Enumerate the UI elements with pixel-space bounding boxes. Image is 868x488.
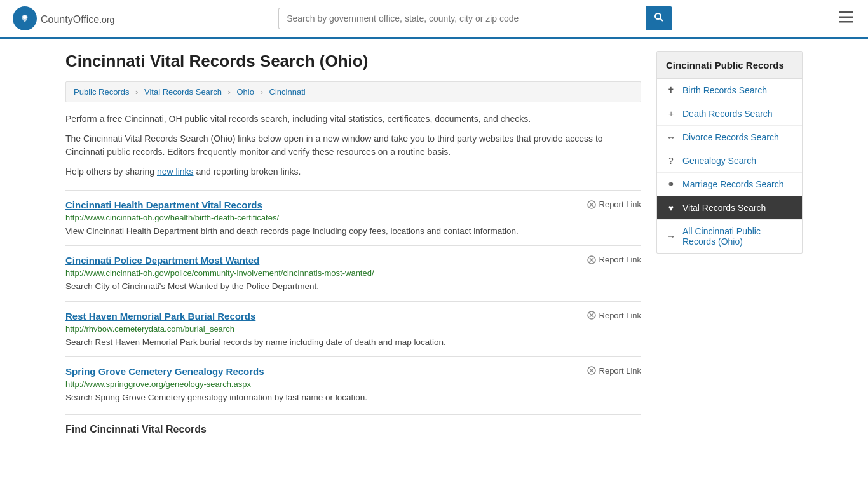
- sidebar-item-6[interactable]: → All Cincinnati Public Records (Ohio): [657, 220, 802, 253]
- record-desc-1: Search City of Cincinnati's Most Wanted …: [65, 280, 641, 293]
- record-card: Cincinnati Police Department Most Wanted…: [65, 245, 641, 298]
- sharing-post: and reporting broken links.: [194, 166, 301, 177]
- record-card-header: Rest Haven Memorial Park Burial Records …: [65, 311, 641, 322]
- sidebar-item-0[interactable]: ✝ Birth Records Search: [657, 79, 802, 102]
- svg-point-1: [23, 15, 27, 19]
- logo-suffix: .org: [99, 15, 114, 25]
- svg-point-2: [655, 13, 661, 19]
- logo-name: CountyOffice: [41, 14, 99, 25]
- record-card: Spring Grove Cemetery Genealogy Records …: [65, 356, 641, 409]
- sidebar-icon-6: →: [666, 231, 676, 241]
- content-area: Cincinnati Vital Records Search (Ohio) P…: [65, 51, 641, 435]
- sidebar-item-label-0: Birth Records Search: [682, 85, 767, 95]
- find-records-heading: Find Cincinnati Vital Records: [65, 414, 641, 435]
- sidebar-title: Cincinnati Public Records: [657, 52, 802, 79]
- svg-rect-6: [839, 21, 853, 23]
- site-header: CountyOffice.org: [0, 0, 868, 39]
- logo-area: CountyOffice.org: [13, 6, 114, 30]
- report-icon-3: [587, 366, 596, 375]
- report-icon-1: [587, 255, 596, 264]
- sharing-text: Help others by sharing new links and rep…: [65, 165, 641, 179]
- sidebar-item-label-4: Marriage Records Search: [682, 179, 784, 189]
- record-title-2[interactable]: Rest Haven Memorial Park Burial Records: [65, 311, 255, 322]
- record-card-header: Spring Grove Cemetery Genealogy Records …: [65, 366, 641, 377]
- search-input[interactable]: [278, 8, 646, 29]
- breadcrumb: Public Records › Vital Records Search › …: [65, 81, 641, 102]
- sidebar-box: Cincinnati Public Records ✝ Birth Record…: [656, 51, 803, 254]
- search-icon: [654, 12, 664, 22]
- record-url-1[interactable]: http://www.cincinnati-oh.gov/police/comm…: [65, 268, 641, 278]
- sharing-pre: Help others by sharing: [65, 166, 157, 177]
- report-link-btn-2[interactable]: Report Link: [587, 311, 641, 320]
- breadcrumb-sep-1: ›: [135, 87, 138, 97]
- record-desc-2: Search Rest Haven Memorial Park burial r…: [65, 336, 641, 349]
- breadcrumb-sep-2: ›: [228, 87, 231, 97]
- record-card-header: Cincinnati Police Department Most Wanted…: [65, 255, 641, 266]
- sidebar-icon-3: ?: [666, 156, 676, 166]
- report-icon-2: [587, 311, 596, 320]
- record-url-0[interactable]: http://www.cincinnati-oh.gov/health/birt…: [65, 213, 641, 222]
- sidebar-icon-1: +: [666, 109, 676, 119]
- record-desc-0: View Cincinnati Health Department birth …: [65, 225, 641, 238]
- record-card-header: Cincinnati Health Department Vital Recor…: [65, 200, 641, 210]
- record-url-3[interactable]: http://www.springgrove.org/geneology-sea…: [65, 379, 641, 389]
- search-area: [278, 6, 672, 30]
- breadcrumb-ohio[interactable]: Ohio: [237, 87, 254, 97]
- desc-text-1: Perform a free Cincinnati, OH public vit…: [65, 112, 641, 126]
- new-links-link[interactable]: new links: [157, 166, 194, 177]
- sidebar-item-4[interactable]: ⚭ Marriage Records Search: [657, 173, 802, 196]
- logo-text: CountyOffice.org: [41, 11, 114, 26]
- breadcrumb-public-records[interactable]: Public Records: [74, 87, 129, 97]
- search-button[interactable]: [646, 6, 672, 30]
- record-title-0[interactable]: Cincinnati Health Department Vital Recor…: [65, 200, 262, 210]
- report-link-btn-3[interactable]: Report Link: [587, 366, 641, 376]
- record-title-1[interactable]: Cincinnati Police Department Most Wanted: [65, 255, 259, 266]
- sidebar-item-5[interactable]: ♥ Vital Records Search: [657, 196, 802, 220]
- logo-icon: [13, 6, 37, 30]
- sidebar-item-label-1: Death Records Search: [682, 109, 773, 119]
- report-icon-0: [587, 200, 596, 209]
- sidebar-item-label-2: Divorce Records Search: [682, 132, 779, 142]
- sidebar-icon-5: ♥: [666, 203, 676, 213]
- sidebar-item-3[interactable]: ? Genealogy Search: [657, 149, 802, 173]
- desc-text-2: The Cincinnati Vital Records Search (Ohi…: [65, 132, 641, 159]
- record-desc-3: Search Spring Grove Cemetery genealogy i…: [65, 391, 641, 404]
- report-link-btn-0[interactable]: Report Link: [587, 200, 641, 209]
- record-card: Rest Haven Memorial Park Burial Records …: [65, 301, 641, 354]
- record-url-2[interactable]: http://rhvbow.cemeterydata.com/burial_se…: [65, 324, 641, 334]
- sidebar-item-label-3: Genealogy Search: [682, 156, 756, 166]
- sidebar-item-2[interactable]: ↔ Divorce Records Search: [657, 126, 802, 149]
- hamburger-icon: [839, 11, 853, 23]
- sidebar-items: ✝ Birth Records Search + Death Records S…: [657, 79, 802, 253]
- report-link-btn-1[interactable]: Report Link: [587, 255, 641, 264]
- hamburger-menu-button[interactable]: [836, 8, 855, 29]
- sidebar-item-1[interactable]: + Death Records Search: [657, 102, 802, 126]
- sidebar-icon-0: ✝: [666, 85, 676, 95]
- svg-rect-5: [839, 17, 853, 18]
- main-container: Cincinnati Vital Records Search (Ohio) P…: [53, 39, 815, 448]
- breadcrumb-cincinnati[interactable]: Cincinnati: [269, 87, 306, 97]
- sidebar: Cincinnati Public Records ✝ Birth Record…: [656, 51, 803, 435]
- page-title: Cincinnati Vital Records Search (Ohio): [65, 51, 641, 71]
- svg-rect-4: [839, 11, 853, 13]
- sidebar-item-label-6: All Cincinnati Public Records (Ohio): [682, 226, 793, 247]
- svg-line-3: [660, 18, 663, 21]
- records-container: Cincinnati Health Department Vital Recor…: [65, 190, 641, 409]
- breadcrumb-vital-records[interactable]: Vital Records Search: [144, 87, 222, 97]
- sidebar-icon-4: ⚭: [666, 179, 676, 189]
- record-card: Cincinnati Health Department Vital Recor…: [65, 190, 641, 243]
- record-title-3[interactable]: Spring Grove Cemetery Genealogy Records: [65, 366, 264, 377]
- sidebar-item-label-5: Vital Records Search: [682, 203, 766, 213]
- breadcrumb-sep-3: ›: [261, 87, 263, 97]
- sidebar-icon-2: ↔: [666, 132, 676, 142]
